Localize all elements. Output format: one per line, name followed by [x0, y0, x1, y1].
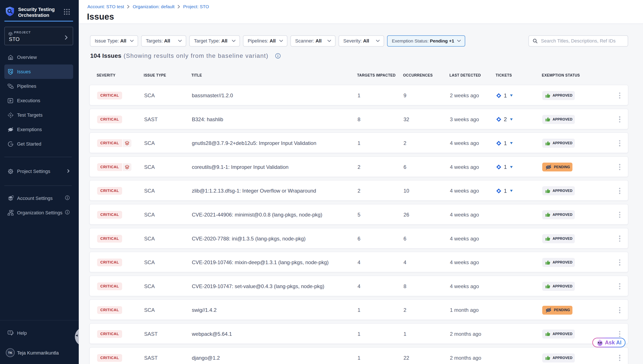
svg-text:?: ?: [9, 331, 11, 334]
